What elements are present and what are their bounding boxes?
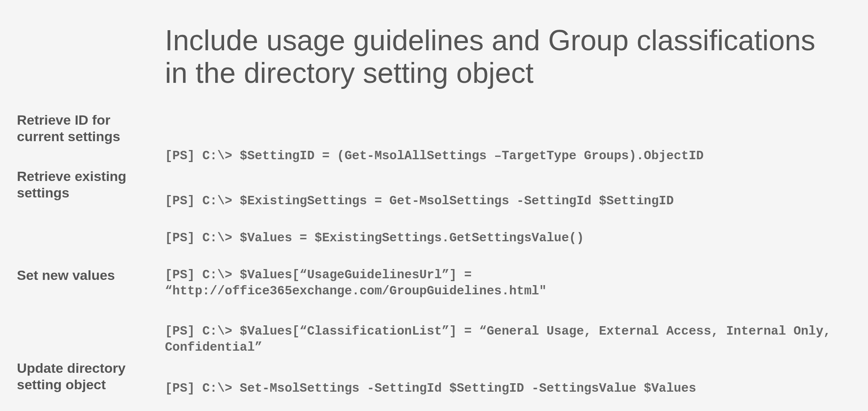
label-update-directory: Update directory setting object [17, 360, 150, 393]
code-line-4: [PS] C:\> $Values[“UsageGuidelinesUrl”] … [165, 267, 836, 299]
label-retrieve-id: Retrieve ID for current settings [17, 112, 150, 145]
label-set-new-values: Set new values [17, 267, 150, 284]
page-title: Include usage guidelines and Group class… [165, 24, 844, 89]
code-line-5: [PS] C:\> $Values[“ClassificationList”] … [165, 323, 836, 355]
slide-container: Include usage guidelines and Group class… [0, 0, 868, 411]
label-retrieve-existing: Retrieve existing settings [17, 168, 150, 201]
code-line-2: [PS] C:\> $ExistingSettings = Get-MsolSe… [165, 193, 836, 209]
code-line-6: [PS] C:\> Set-MsolSettings -SettingId $S… [165, 380, 836, 397]
code-line-1: [PS] C:\> $SettingID = (Get-MsolAllSetti… [165, 148, 836, 164]
code-line-3: [PS] C:\> $Values = $ExistingSettings.Ge… [165, 230, 836, 246]
